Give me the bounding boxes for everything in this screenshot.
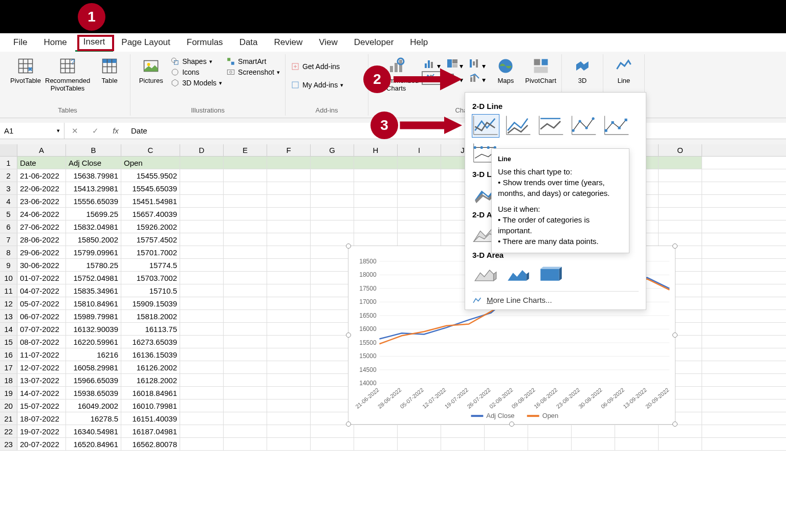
100-stacked-line-option[interactable] bbox=[538, 115, 564, 137]
line-chart-option[interactable] bbox=[472, 115, 499, 137]
row-header[interactable]: 4 bbox=[0, 195, 17, 207]
row-header[interactable]: 18 bbox=[0, 374, 17, 386]
cell[interactable] bbox=[180, 233, 224, 246]
cell[interactable] bbox=[485, 438, 528, 450]
cell[interactable] bbox=[267, 400, 311, 412]
row-header[interactable]: 8 bbox=[0, 246, 17, 258]
column-header[interactable]: E bbox=[224, 144, 267, 156]
cell[interactable] bbox=[441, 425, 485, 437]
row-header[interactable]: 21 bbox=[0, 412, 17, 425]
line-markers-option[interactable] bbox=[571, 115, 597, 137]
cell[interactable]: 16126.2002 bbox=[121, 361, 180, 373]
cell[interactable] bbox=[267, 387, 311, 399]
cell[interactable]: 22-06-2022 bbox=[17, 182, 66, 194]
cell[interactable] bbox=[659, 157, 702, 169]
tab-page-layout[interactable]: Page Layout bbox=[113, 34, 178, 51]
cell[interactable] bbox=[267, 284, 311, 297]
cell[interactable]: 13-07-2022 bbox=[17, 374, 66, 386]
resize-handle[interactable] bbox=[509, 422, 514, 427]
cell[interactable] bbox=[180, 272, 224, 284]
cell[interactable]: 15909.15039 bbox=[121, 297, 180, 309]
cell[interactable] bbox=[180, 387, 224, 399]
cell[interactable]: 16340.54981 bbox=[66, 425, 121, 437]
cell[interactable] bbox=[180, 412, 224, 425]
cell[interactable]: 12-07-2022 bbox=[17, 361, 66, 373]
cell[interactable] bbox=[267, 361, 311, 373]
cell[interactable] bbox=[224, 157, 267, 169]
cell[interactable]: 15710.5 bbox=[121, 284, 180, 297]
tab-view[interactable]: View bbox=[311, 34, 346, 51]
cell[interactable] bbox=[224, 374, 267, 386]
cell[interactable] bbox=[659, 233, 702, 246]
stacked-line-markers-option[interactable] bbox=[603, 115, 630, 137]
cell[interactable] bbox=[180, 157, 224, 169]
cell[interactable]: 15780.25 bbox=[66, 259, 121, 271]
resize-handle[interactable] bbox=[672, 243, 678, 249]
cell[interactable] bbox=[224, 297, 267, 309]
cell[interactable] bbox=[224, 208, 267, 220]
fx-icon[interactable]: fx bbox=[105, 126, 126, 135]
cell[interactable]: 15850.2002 bbox=[66, 233, 121, 246]
tab-formulas[interactable]: Formulas bbox=[179, 34, 231, 51]
icons-button[interactable]: Icons bbox=[170, 68, 199, 77]
cancel-icon[interactable]: ✕ bbox=[64, 126, 85, 136]
resize-handle[interactable] bbox=[672, 422, 678, 427]
cell[interactable] bbox=[180, 208, 224, 220]
cell[interactable] bbox=[354, 425, 398, 437]
cell[interactable] bbox=[267, 182, 311, 194]
cell[interactable] bbox=[311, 220, 354, 233]
cell[interactable] bbox=[267, 412, 311, 425]
column-header[interactable]: O bbox=[659, 144, 702, 156]
row-header[interactable]: 15 bbox=[0, 336, 17, 348]
cell[interactable] bbox=[180, 182, 224, 194]
cell[interactable]: 20-07-2022 bbox=[17, 438, 66, 450]
cell[interactable] bbox=[354, 208, 398, 220]
cell[interactable] bbox=[224, 323, 267, 335]
get-addins-button[interactable]: Get Add-ins bbox=[291, 62, 340, 71]
cell[interactable]: 30-06-2022 bbox=[17, 259, 66, 271]
row-header[interactable]: 13 bbox=[0, 310, 17, 322]
stacked-line-option[interactable] bbox=[505, 115, 532, 137]
cell[interactable] bbox=[398, 208, 441, 220]
row-header[interactable]: 7 bbox=[0, 233, 17, 246]
cell[interactable] bbox=[267, 157, 311, 169]
cell[interactable]: 16128.2002 bbox=[121, 374, 180, 386]
row-header[interactable]: 19 bbox=[0, 387, 17, 399]
cell[interactable] bbox=[180, 169, 224, 182]
cell[interactable] bbox=[224, 310, 267, 322]
cell[interactable] bbox=[311, 169, 354, 182]
column-header[interactable]: B bbox=[66, 144, 121, 156]
row-header[interactable]: 22 bbox=[0, 425, 17, 437]
cell[interactable] bbox=[180, 220, 224, 233]
cell[interactable] bbox=[659, 438, 702, 450]
chart-type-combo-icon[interactable]: ▾ bbox=[468, 72, 486, 84]
cell[interactable] bbox=[267, 348, 311, 361]
cell[interactable] bbox=[354, 169, 398, 182]
cell[interactable] bbox=[398, 425, 441, 437]
cell[interactable] bbox=[659, 220, 702, 233]
pivottable-button[interactable]: PivotTable bbox=[10, 57, 41, 84]
cell[interactable]: 07-07-2022 bbox=[17, 323, 66, 335]
cell[interactable] bbox=[224, 400, 267, 412]
row-header[interactable]: 1 bbox=[0, 157, 17, 169]
cell[interactable]: 16049.2002 bbox=[66, 400, 121, 412]
cell[interactable]: 11-07-2022 bbox=[17, 348, 66, 361]
cell[interactable]: 16562.80078 bbox=[121, 438, 180, 450]
cell[interactable]: 15703.7002 bbox=[121, 272, 180, 284]
more-line-charts-link[interactable]: More Line Charts... bbox=[472, 291, 639, 304]
row-header[interactable]: 3 bbox=[0, 182, 17, 194]
cell[interactable] bbox=[267, 169, 311, 182]
cell[interactable]: 15451.54981 bbox=[121, 195, 180, 207]
column-header[interactable]: I bbox=[398, 144, 441, 156]
cell[interactable]: 27-06-2022 bbox=[17, 220, 66, 233]
3d-100-stacked-area-option[interactable] bbox=[538, 263, 564, 286]
cell[interactable]: 05-07-2022 bbox=[17, 297, 66, 309]
cell[interactable]: 16273.65039 bbox=[121, 336, 180, 348]
cell[interactable] bbox=[572, 425, 615, 437]
cell[interactable] bbox=[267, 208, 311, 220]
cell[interactable] bbox=[224, 387, 267, 399]
chart-type-waterfall-icon[interactable]: ▾ bbox=[468, 58, 486, 70]
cell[interactable]: 14-07-2022 bbox=[17, 387, 66, 399]
cell[interactable]: 15989.79981 bbox=[66, 310, 121, 322]
cell[interactable]: 16113.75 bbox=[121, 323, 180, 335]
